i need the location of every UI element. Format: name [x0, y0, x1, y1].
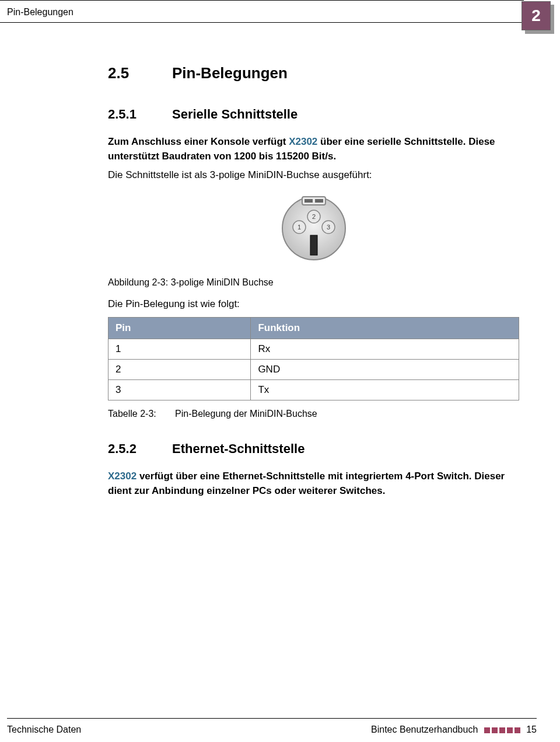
product-name: X2302 — [108, 471, 136, 482]
intro-paragraph: Zum Anschluss einer Konsole verfügt X230… — [108, 135, 519, 163]
col-pin: Pin — [108, 317, 251, 339]
minidin-figure: 2 1 3 — [108, 193, 519, 263]
cell-pin: 2 — [108, 359, 251, 379]
intro-pre: Zum Anschluss einer Konsole verfügt — [108, 136, 289, 147]
footer-row: Technische Daten Bintec Benutzerhandbuch… — [7, 724, 537, 735]
pin-1-label: 1 — [297, 224, 300, 231]
ethernet-text: verfügt über eine Ethernet-Schnittstelle… — [108, 471, 505, 496]
pin-2-label: 2 — [312, 213, 315, 220]
table-caption-text: Pin-Belegung der MiniDIN-Buchse — [175, 409, 317, 419]
table-header-row: Pin Funktion — [108, 317, 519, 339]
cell-pin: 3 — [108, 379, 251, 400]
footer-right: Bintec Benutzerhandbuch 15 — [371, 724, 537, 735]
subsection-number: 2.5.2 — [108, 441, 172, 457]
page-number: 15 — [526, 724, 537, 734]
table-row: 2 GND — [108, 359, 519, 379]
table-row: 1 Rx — [108, 339, 519, 359]
footer-squares-icon — [484, 727, 520, 733]
table-row: 3 Tx — [108, 379, 519, 400]
cell-func: GND — [251, 359, 519, 379]
subsection-number: 2.5.1 — [108, 107, 172, 122]
svg-rect-7 — [310, 235, 317, 255]
product-name: X2302 — [289, 136, 317, 147]
table-intro: Die Pin-Belegung ist wie folgt: — [108, 298, 519, 310]
cell-pin: 1 — [108, 339, 251, 359]
pin-table: Pin Funktion 1 Rx 2 GND 3 Tx — [108, 317, 519, 400]
ethernet-paragraph: X2302 verfügt über eine Ethernet-Schnitt… — [108, 469, 519, 498]
subsection-title: Serielle Schnittstelle — [172, 107, 298, 121]
chapter-badge: 2 — [522, 1, 551, 30]
header-top-rule — [0, 0, 524, 1]
section-heading: 2.5Pin-Belegungen — [108, 64, 519, 82]
footer-left: Technische Daten — [7, 724, 81, 735]
subsection-heading-2: 2.5.2Ethernet-Schnittstelle — [108, 441, 519, 457]
table-caption: Tabelle 2-3:Pin-Belegung der MiniDIN-Buc… — [108, 409, 519, 419]
cell-func: Tx — [251, 379, 519, 400]
footer-center: Bintec Benutzerhandbuch — [371, 724, 478, 734]
minidin-icon: 2 1 3 — [276, 193, 352, 263]
subsection-title: Ethernet-Schnittstelle — [172, 441, 304, 456]
pin-3-label: 3 — [326, 224, 330, 231]
svg-rect-2 — [304, 199, 313, 203]
schnittstelle-line: Die Schnittstelle ist als 3-polige MiniD… — [108, 168, 519, 183]
svg-rect-3 — [315, 199, 323, 203]
cell-func: Rx — [251, 339, 519, 359]
footer-rule — [7, 718, 537, 719]
section-number: 2.5 — [108, 64, 172, 82]
footer: Technische Daten Bintec Benutzerhandbuch… — [7, 718, 537, 735]
table-caption-label: Tabelle 2-3: — [108, 409, 175, 419]
content-area: 2.5Pin-Belegungen 2.5.1Serielle Schnitts… — [108, 64, 519, 503]
figure-caption: Abbildung 2-3: 3-polige MiniDIN Buchse — [108, 277, 519, 288]
header-bottom-rule — [0, 22, 524, 23]
subsection-heading-1: 2.5.1Serielle Schnittstelle — [108, 107, 519, 122]
section-title: Pin-Belegungen — [172, 64, 288, 82]
col-funktion: Funktion — [251, 317, 519, 339]
running-header: Pin-Belegungen — [7, 7, 74, 18]
